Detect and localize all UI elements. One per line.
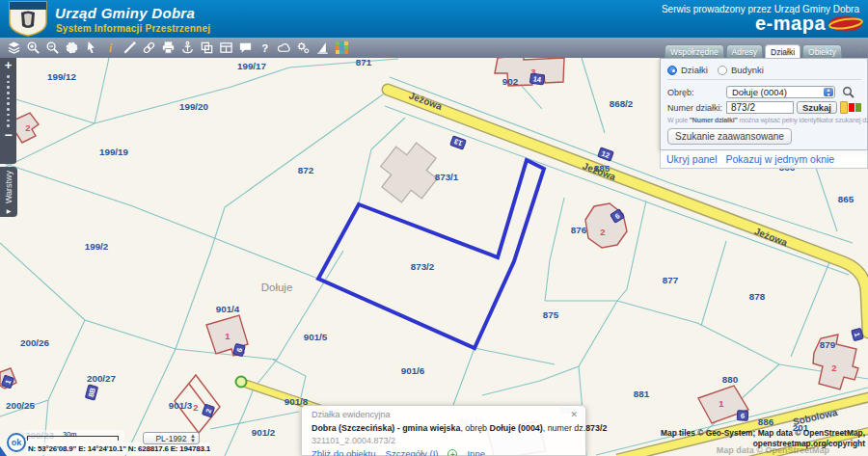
details-link[interactable]: Szczegóły (I)	[386, 448, 439, 456]
link-icon[interactable]	[139, 38, 158, 58]
house-number: 2	[25, 122, 30, 133]
parcel-label: 901/4	[216, 304, 240, 314]
emapa-logo[interactable]: e-mapa	[755, 13, 826, 35]
print-icon[interactable]	[158, 38, 177, 58]
hide-panel-link[interactable]: Ukryj panel	[666, 153, 718, 165]
zoom-to-object-link[interactable]: Zbliż do obiektu	[312, 448, 376, 456]
svg-text:i: i	[108, 41, 112, 55]
address-plate: 14	[529, 73, 544, 85]
place-label: Dołuje	[261, 282, 293, 293]
tab-adresy[interactable]: Adresy	[726, 44, 763, 58]
layers-icon[interactable]	[4, 38, 23, 58]
single-window-link[interactable]: Pokazuj w jednym oknie	[726, 153, 835, 165]
parcel-label: 876	[571, 225, 587, 235]
parcel-label: 901/5	[304, 332, 328, 342]
house-number: 1	[719, 398, 724, 409]
obreb-label: Obręb:	[667, 88, 726, 97]
tab-dzialki[interactable]: Działki	[765, 44, 800, 58]
add-icon[interactable]: +	[448, 449, 457, 456]
pointer-icon[interactable]	[81, 38, 100, 58]
emapa-logo-icon	[827, 15, 866, 32]
parcel-label: 880	[722, 374, 739, 385]
house-number: 2	[831, 362, 836, 373]
parcel-label: 199/19	[99, 147, 129, 157]
copy-icon[interactable]	[197, 38, 216, 58]
settings-icon[interactable]	[293, 38, 312, 58]
select-area-icon[interactable]	[62, 38, 81, 58]
parcel-label: 199/17	[237, 61, 267, 71]
scale-bar: 30m	[27, 436, 119, 441]
coordinates-readout: N: 53°26'08.9" E: 14°24'10.1" N: 628817.…	[28, 444, 210, 453]
search-magnifier-icon[interactable]	[842, 86, 854, 98]
popup-description: Dobra (Szczecińska) - gmina wiejska, obr…	[312, 423, 578, 433]
radio-dzialki-label[interactable]: Działki	[681, 65, 708, 75]
municipality-crest	[8, 1, 48, 37]
parcel-label: 875	[543, 309, 559, 320]
comment-icon[interactable]	[235, 38, 255, 58]
tab-wspolrzedne[interactable]: Współrzędne	[665, 44, 724, 58]
north-arrow-icon[interactable]	[312, 38, 332, 58]
select-spinner-icon[interactable]: ▲▼	[824, 88, 833, 96]
color-swatches[interactable]	[840, 101, 861, 114]
popup-close-icon[interactable]: ✕	[570, 410, 579, 419]
numer-dzialki-input[interactable]: 873/2	[726, 101, 794, 114]
swatch-red[interactable]	[849, 103, 854, 112]
tab-obiekty[interactable]: Obiekty	[802, 44, 842, 58]
zoom-slider-track[interactable]	[7, 75, 10, 127]
parcel-label: 868/2	[610, 98, 634, 109]
layers-panel-tab[interactable]: Warstwy ▶	[0, 167, 17, 217]
panel-body: Działki Budynki Obręb: Dołuje (0004)▲▼ N…	[660, 58, 868, 150]
page-title: Urząd Gminy Dobra	[55, 5, 195, 21]
parcel-label: 199/20	[179, 101, 209, 112]
zoom-in-button[interactable]: +	[5, 59, 13, 71]
layers-tab-label: Warstwy	[4, 171, 14, 203]
info-icon[interactable]: i	[100, 38, 120, 58]
zoom-out-button[interactable]: −	[4, 130, 12, 140]
radio-dzialki[interactable]	[667, 66, 677, 75]
cloud-icon[interactable]	[274, 38, 293, 58]
swatch-yellow[interactable]	[840, 101, 848, 114]
map-attribution-ghost: Map data © OpenStreetMap	[717, 445, 829, 455]
other-link[interactable]: Inne	[467, 448, 485, 456]
search-panel: Współrzędne Adresy Działki Obiekty ✕ Dzi…	[660, 42, 868, 169]
panel-close-icon[interactable]: ✕	[855, 44, 864, 54]
parcel-label: 865	[838, 194, 854, 204]
obreb-select[interactable]: Dołuje (0004)▲▼	[726, 86, 835, 98]
download-icon[interactable]	[177, 38, 197, 58]
road-end-circle	[236, 377, 247, 388]
house-number: 1	[225, 331, 231, 341]
radio-budynki-label[interactable]: Budynki	[731, 65, 764, 75]
zoom-slider[interactable]: + −	[0, 58, 16, 164]
ok-button[interactable]: ok	[7, 433, 26, 452]
parcel-label: 873/1	[435, 172, 459, 182]
help-icon[interactable]: ?	[255, 38, 274, 58]
layers-tab-arrow-icon: ▶	[7, 207, 12, 214]
feature-info-popup: Działka ewidencyjna ✕ Dobra (Szczecińska…	[301, 405, 586, 456]
panel-footer-links: Ukryj panel Pokazuj w jednym oknie	[660, 150, 868, 169]
corner-arrow-icon[interactable]	[0, 446, 7, 456]
house-number: 2	[600, 227, 605, 237]
parcel-label: 871	[356, 57, 372, 67]
parcel-label: 872	[298, 165, 314, 175]
parcel-label: 200/25	[6, 400, 36, 411]
crs-select[interactable]: PL-1992▲▼	[143, 432, 200, 444]
svg-text:?: ?	[261, 42, 268, 54]
parcel-label: 200/27	[87, 373, 117, 384]
address-plate: 6	[737, 411, 748, 421]
radio-budynki[interactable]	[718, 66, 727, 75]
popup-parcel-id: 321101_2.0004.873/2	[312, 436, 578, 445]
parcel-label: 901/3	[169, 400, 193, 411]
zoom-in-icon[interactable]	[23, 38, 42, 58]
panels-icon[interactable]	[216, 38, 235, 58]
zoom-out-icon[interactable]	[42, 38, 62, 58]
swatch-green[interactable]	[855, 103, 861, 112]
szukaj-button[interactable]: Szukaj	[797, 101, 837, 114]
measure-icon[interactable]	[120, 38, 139, 58]
app-header: Urząd Gminy Dobra System Informacji Prze…	[0, 0, 868, 38]
legend-icon[interactable]	[332, 38, 351, 58]
advanced-search-button[interactable]: Szukanie zaawansowane	[667, 128, 792, 145]
parcel-label: 881	[634, 389, 650, 399]
address-plate: 1	[852, 328, 864, 340]
svg-text:6: 6	[741, 412, 746, 420]
parcel-label: 199/12	[47, 71, 77, 82]
